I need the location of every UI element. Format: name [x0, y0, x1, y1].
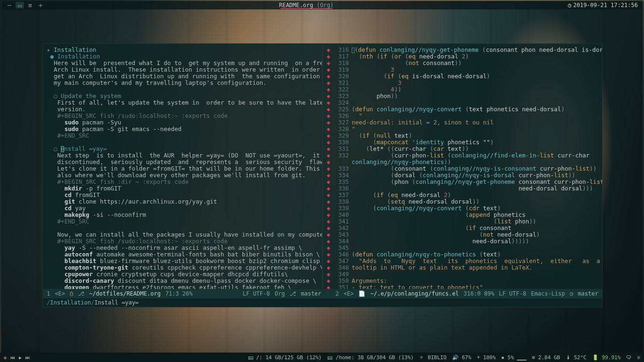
branch-icon: ◷ — [570, 290, 573, 297]
location-icon[interactable]: ⎋ — [637, 354, 640, 361]
discord-icon[interactable]: 🗨 — [626, 354, 631, 361]
battery-widget: 🔋 99.91% — [592, 354, 620, 361]
cpu-widget: ▪ 5% ▁▁▁ — [501, 354, 526, 361]
power-icon[interactable]: ◉ — [4, 355, 7, 360]
next-icon[interactable]: ⏭ — [25, 355, 30, 360]
file-icon: 📄 — [358, 290, 365, 297]
temp-widget: 🌡 52°C — [566, 354, 586, 361]
ml-line-left: 1 — [47, 290, 50, 297]
emacs-frame: ✦ Installation ● Installation Here will … — [42, 43, 603, 307]
disk-root: 🖴 /: 14 GB/125 GB (12%) — [248, 354, 322, 361]
branch-icon: ⎇ — [289, 290, 296, 297]
ram-widget: ≡ 2.84 GB — [532, 354, 560, 361]
volume-widget[interactable]: 🔊 67% — [452, 354, 471, 361]
plus-icon[interactable]: + — [36, 2, 45, 8]
play-icon[interactable]: ▶ — [19, 355, 22, 360]
prev-icon[interactable]: ⏮ — [10, 355, 15, 360]
disk-home: 🖴 /home: 38 GB/304 GB (13%) — [327, 354, 413, 361]
git-icon: ⎇ — [78, 290, 84, 297]
clock-icon: ◷ — [568, 2, 571, 8]
system-bar: ◉ ⏮ ▶ ⏭ 🖴 /: 14 GB/125 GB (12%) 🖴 /home:… — [0, 353, 644, 362]
calendar-icon: ⎙ — [70, 290, 73, 297]
window-clock: ◷2019-09-21 17:21:56 — [568, 2, 642, 8]
brightness-widget[interactable]: ☀ 100% — [477, 354, 496, 361]
echo-area: /Installation/Install =yay= — [43, 298, 602, 307]
window-titlebar: ─ ▭ ≡ + README.org (Org) ◷2019-09-21 17:… — [2, 1, 642, 9]
org-buffer[interactable]: ✦ Installation ● Installation Here will … — [43, 44, 323, 289]
restore-icon[interactable]: ▭ — [16, 2, 24, 8]
ml-line-right: 2 — [336, 290, 339, 297]
wifi-widget[interactable]: ᯤ BIBLIO — [420, 354, 446, 361]
elisp-buffer[interactable]: ◆ 316(defun conlanging//nyqy-get-phoneme… — [323, 44, 602, 289]
window-title: README.org (Org) — [45, 2, 568, 9]
modeline: 1 <E> ⎙ ⎇ ~/dotfiles/README.org 71:3 26%… — [43, 289, 602, 298]
min-icon[interactable]: ─ — [5, 2, 14, 8]
menu-icon[interactable]: ≡ — [26, 2, 34, 8]
